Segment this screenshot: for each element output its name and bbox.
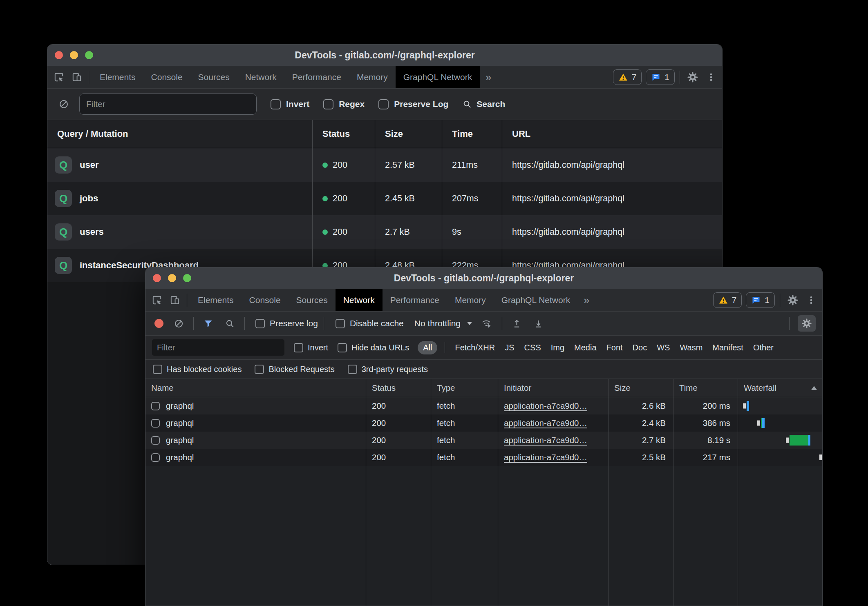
invert-checkbox[interactable]: [271, 99, 281, 109]
issues-badge[interactable]: 1: [746, 292, 775, 308]
chip-fetch-xhr[interactable]: Fetch/XHR: [455, 343, 495, 352]
search-icon[interactable]: [221, 319, 239, 329]
graphql-query-row[interactable]: Q jobs 200 2.45 kB 207ms https://gitlab.…: [47, 182, 722, 215]
column-header-size[interactable]: Size: [608, 379, 673, 397]
maximize-button[interactable]: [85, 51, 93, 59]
preserve-log-checkbox[interactable]: [255, 319, 265, 328]
column-header-waterfall[interactable]: Waterfall: [738, 379, 822, 397]
initiator-link[interactable]: application-a7ca9d0…: [504, 418, 587, 428]
record-network-log-button[interactable]: [154, 319, 163, 328]
search-button[interactable]: Search: [462, 99, 505, 109]
graphql-query-row[interactable]: Q users 200 2.7 kB 9s https://gitlab.com…: [47, 215, 722, 249]
network-settings-gear-button[interactable]: [798, 315, 816, 332]
inspect-element-icon[interactable]: [148, 289, 166, 311]
disable-cache-checkbox[interactable]: [336, 319, 345, 328]
maximize-button[interactable]: [183, 274, 191, 282]
throttling-select[interactable]: No throttling: [414, 319, 472, 328]
column-header-initiator[interactable]: Initiator: [498, 379, 608, 397]
chip-other[interactable]: Other: [753, 343, 774, 352]
minimize-button[interactable]: [168, 274, 176, 282]
graphql-query-row[interactable]: Q user 200 2.57 kB 211ms https://gitlab.…: [47, 148, 722, 182]
column-header-name[interactable]: Name: [145, 379, 366, 397]
row-checkbox[interactable]: [151, 402, 160, 410]
chip-ws[interactable]: WS: [657, 343, 670, 352]
close-button[interactable]: [55, 51, 63, 59]
chip-media[interactable]: Media: [574, 343, 596, 352]
row-checkbox[interactable]: [151, 419, 160, 428]
column-header-time[interactable]: Time: [673, 379, 738, 397]
tab-elements[interactable]: Elements: [92, 66, 143, 88]
hide-data-urls-checkbox[interactable]: [338, 343, 347, 352]
row-checkbox[interactable]: [151, 436, 160, 445]
more-tabs-icon[interactable]: »: [480, 66, 497, 88]
inspect-element-icon[interactable]: [50, 66, 68, 88]
warning-count: 7: [632, 72, 637, 82]
column-header-size[interactable]: Size: [375, 120, 442, 148]
chip-img[interactable]: Img: [551, 343, 564, 352]
blocked-requests-checkbox[interactable]: [255, 365, 264, 374]
third-party-requests-checkbox[interactable]: [348, 365, 357, 374]
tab-sources[interactable]: Sources: [190, 66, 237, 88]
column-header-status[interactable]: Status: [366, 379, 431, 397]
filter-funnel-icon[interactable]: [199, 319, 217, 329]
tab-graphql-network[interactable]: GraphQL Network: [396, 66, 480, 88]
column-header-time[interactable]: Time: [442, 120, 502, 148]
chip-wasm[interactable]: Wasm: [680, 343, 702, 352]
device-toolbar-icon[interactable]: [68, 66, 86, 88]
chip-js[interactable]: JS: [505, 343, 514, 352]
initiator-link[interactable]: application-a7ca9d0…: [504, 452, 587, 462]
close-button[interactable]: [153, 274, 161, 282]
more-tabs-icon[interactable]: »: [578, 289, 595, 311]
chat-icon: [651, 72, 661, 82]
settings-gear-icon[interactable]: [783, 289, 803, 311]
tab-network[interactable]: Network: [237, 66, 284, 88]
more-menu-icon[interactable]: [702, 66, 720, 88]
tab-network[interactable]: Network: [336, 289, 383, 311]
export-har-icon[interactable]: [530, 319, 547, 329]
network-request-row[interactable]: graphql 200 fetch application-a7ca9d0… 2…: [145, 414, 822, 432]
issues-badge[interactable]: 1: [646, 69, 675, 85]
initiator-link[interactable]: application-a7ca9d0…: [504, 435, 587, 445]
settings-gear-icon[interactable]: [683, 66, 702, 88]
chip-manifest[interactable]: Manifest: [712, 343, 743, 352]
network-request-row[interactable]: graphql 200 fetch application-a7ca9d0… 2…: [145, 449, 822, 466]
chip-all[interactable]: All: [418, 341, 437, 354]
minimize-button[interactable]: [70, 51, 78, 59]
clear-network-log-icon[interactable]: [170, 319, 188, 329]
clear-log-icon[interactable]: [55, 99, 73, 109]
has-blocked-cookies-checkbox[interactable]: [153, 365, 162, 374]
tab-performance[interactable]: Performance: [284, 66, 349, 88]
network-request-row[interactable]: graphql 200 fetch application-a7ca9d0… 2…: [145, 432, 822, 449]
tab-elements[interactable]: Elements: [190, 289, 242, 311]
initiator-link[interactable]: application-a7ca9d0…: [504, 401, 587, 411]
regex-checkbox[interactable]: [323, 99, 333, 109]
network-request-row[interactable]: graphql 200 fetch application-a7ca9d0… 2…: [145, 397, 822, 414]
chip-doc[interactable]: Doc: [633, 343, 647, 352]
tab-console[interactable]: Console: [143, 66, 190, 88]
network-conditions-icon[interactable]: [477, 318, 496, 329]
column-header-status[interactable]: Status: [313, 120, 375, 148]
filter-input[interactable]: [79, 94, 257, 115]
status-ok-dot: [322, 163, 328, 168]
chip-css[interactable]: CSS: [524, 343, 541, 352]
tab-sources[interactable]: Sources: [289, 289, 336, 311]
column-header-url[interactable]: URL: [502, 120, 722, 148]
row-checkbox[interactable]: [151, 453, 160, 462]
import-har-icon[interactable]: [508, 319, 526, 329]
chip-font[interactable]: Font: [606, 343, 623, 352]
device-toolbar-icon[interactable]: [166, 289, 184, 311]
time-value: 200 ms: [673, 397, 738, 414]
invert-checkbox[interactable]: [294, 343, 303, 352]
column-header-query-mutation[interactable]: Query / Mutation: [47, 120, 313, 148]
preserve-log-checkbox[interactable]: [378, 99, 389, 109]
more-menu-icon[interactable]: [803, 289, 820, 311]
warnings-badge[interactable]: 7: [713, 292, 742, 308]
filter-input[interactable]: [152, 339, 284, 356]
column-header-type[interactable]: Type: [431, 379, 498, 397]
tab-console[interactable]: Console: [242, 289, 289, 311]
tab-memory[interactable]: Memory: [349, 66, 396, 88]
tab-performance[interactable]: Performance: [383, 289, 447, 311]
warnings-badge[interactable]: 7: [613, 69, 642, 85]
tab-memory[interactable]: Memory: [447, 289, 494, 311]
tab-graphql-network[interactable]: GraphQL Network: [494, 289, 578, 311]
